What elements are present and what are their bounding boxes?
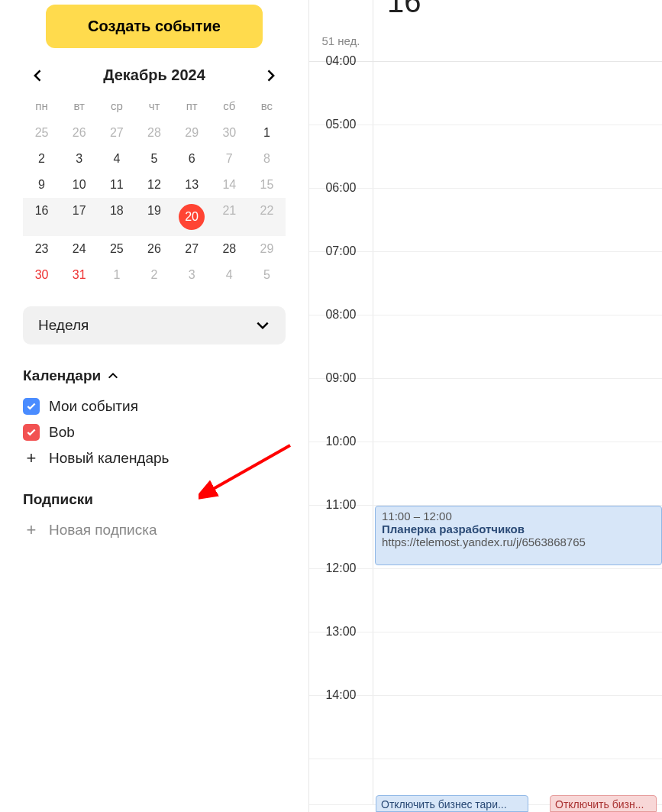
- calendar-item-label: Bob: [49, 424, 75, 441]
- chevron-right-icon[interactable]: [263, 68, 278, 83]
- hour-label: 06:00: [309, 189, 373, 251]
- calendar-day[interactable]: 13: [173, 172, 211, 198]
- calendar-day[interactable]: 26: [135, 236, 173, 262]
- calendar-day[interactable]: 30: [211, 120, 248, 146]
- calendar-day[interactable]: 4: [211, 262, 248, 288]
- calendar-day[interactable]: 2: [23, 146, 60, 172]
- calendar-day[interactable]: 5: [135, 146, 173, 172]
- calendars-section-header[interactable]: Календари: [23, 367, 286, 384]
- sidebar: Создать событие Декабрь 2024 пнвтсрчтптс…: [0, 0, 309, 812]
- dow-label: сб: [211, 95, 248, 120]
- calendar-day[interactable]: 11: [98, 172, 135, 198]
- calendar-item[interactable]: Bob: [23, 419, 286, 445]
- day-header: 51 нед. 16 пн: [309, 0, 662, 62]
- plus-icon: +: [23, 522, 40, 539]
- mini-calendar-dow-row: пнвтсрчтптсбвс: [23, 95, 286, 120]
- calendar-day[interactable]: 29: [173, 120, 211, 146]
- time-grid[interactable]: 04:0005:0006:0007:0008:0009:0010:0011:00…: [309, 62, 662, 805]
- subscriptions-header-label: Подписки: [23, 491, 93, 508]
- time-slot[interactable]: [373, 189, 662, 251]
- calendar-day[interactable]: 31: [60, 262, 98, 288]
- event-block[interactable]: Отключить бизн...: [550, 795, 657, 812]
- calendar-day[interactable]: 10: [60, 172, 98, 198]
- calendar-day[interactable]: 18: [98, 198, 135, 236]
- calendar-day[interactable]: 9: [23, 172, 60, 198]
- calendar-day[interactable]: 30: [23, 262, 60, 288]
- calendar-day[interactable]: 16: [23, 198, 60, 236]
- time-slot[interactable]: [373, 315, 662, 378]
- calendar-day[interactable]: 15: [248, 172, 286, 198]
- calendar-day[interactable]: 20: [173, 198, 211, 236]
- calendar-day[interactable]: 3: [173, 262, 211, 288]
- calendar-day[interactable]: 6: [173, 146, 211, 172]
- calendar-day[interactable]: 1: [98, 262, 135, 288]
- calendar-day[interactable]: 26: [60, 120, 98, 146]
- time-slot[interactable]: [373, 125, 662, 188]
- time-slot[interactable]: [373, 632, 662, 695]
- calendar-day[interactable]: 19: [135, 198, 173, 236]
- calendar-day[interactable]: 7: [211, 146, 248, 172]
- event-block[interactable]: Отключить бизнес тари...: [376, 795, 528, 812]
- new-subscription-button[interactable]: + Новая подписка: [23, 517, 286, 543]
- hour-label: 11:00: [309, 506, 373, 568]
- calendar-day[interactable]: 4: [98, 146, 135, 172]
- event-title: Планерка разработчиков: [382, 522, 655, 535]
- time-slot[interactable]: [373, 442, 662, 505]
- calendar-item[interactable]: Мои события: [23, 393, 286, 419]
- calendar-day[interactable]: 29: [248, 236, 286, 262]
- calendar-day[interactable]: 1: [248, 120, 286, 146]
- calendar-day[interactable]: 12: [135, 172, 173, 198]
- dow-label: чт: [135, 95, 173, 120]
- calendar-day[interactable]: 28: [211, 236, 248, 262]
- calendar-day[interactable]: 21: [211, 198, 248, 236]
- view-select[interactable]: Неделя: [23, 306, 286, 345]
- calendar-day[interactable]: 3: [60, 146, 98, 172]
- weekday-label: пн: [428, 0, 440, 1]
- create-event-button[interactable]: Создать событие: [46, 5, 263, 48]
- time-slot[interactable]: 11:00 – 12:00Планерка разработчиковhttps…: [373, 506, 662, 568]
- dow-label: вс: [248, 95, 286, 120]
- calendar-day[interactable]: 2: [135, 262, 173, 288]
- dow-label: пн: [23, 95, 60, 120]
- hour-label: 14:00: [309, 696, 373, 759]
- new-calendar-label: Новый календарь: [49, 450, 170, 467]
- dow-label: ср: [98, 95, 135, 120]
- time-slot[interactable]: [373, 569, 662, 632]
- hour-label: 09:00: [309, 379, 373, 442]
- week-number: 51 нед.: [309, 0, 373, 61]
- event-block[interactable]: 11:00 – 12:00Планерка разработчиковhttps…: [375, 506, 662, 565]
- time-slot[interactable]: [373, 62, 662, 125]
- chevron-left-icon[interactable]: [31, 68, 46, 83]
- calendar-day[interactable]: 5: [248, 262, 286, 288]
- calendar-day[interactable]: 27: [98, 120, 135, 146]
- calendar-day[interactable]: 27: [173, 236, 211, 262]
- mini-calendar-title: Декабрь 2024: [103, 66, 205, 84]
- calendar-day[interactable]: 25: [98, 236, 135, 262]
- calendar-day[interactable]: 17: [60, 198, 98, 236]
- new-calendar-button[interactable]: + Новый календарь: [23, 445, 286, 471]
- day-column-header[interactable]: 16 пн: [373, 0, 662, 61]
- calendar-day[interactable]: 25: [23, 120, 60, 146]
- calendar-day[interactable]: 22: [248, 198, 286, 236]
- view-select-label: Неделя: [38, 317, 89, 334]
- dow-label: пт: [173, 95, 211, 120]
- event-time: 11:00 – 12:00: [382, 510, 655, 522]
- hour-label: 04:00: [309, 62, 373, 125]
- calendar-day[interactable]: 8: [248, 146, 286, 172]
- checkbox[interactable]: [23, 424, 40, 441]
- time-slot[interactable]: [373, 696, 662, 759]
- time-slot[interactable]: [373, 379, 662, 442]
- plus-icon: +: [23, 450, 40, 467]
- day-number: 16: [387, 0, 421, 17]
- calendar-day[interactable]: 28: [135, 120, 173, 146]
- hour-label: 12:00: [309, 569, 373, 632]
- chevron-up-icon: [107, 370, 119, 382]
- checkbox[interactable]: [23, 398, 40, 415]
- calendar-day[interactable]: 24: [60, 236, 98, 262]
- calendar-day[interactable]: 14: [211, 172, 248, 198]
- hour-label: 10:00: [309, 442, 373, 505]
- calendar-day[interactable]: 23: [23, 236, 60, 262]
- time-slot[interactable]: [373, 252, 662, 315]
- subscriptions-section-header[interactable]: Подписки: [23, 491, 286, 508]
- hour-label: 07:00: [309, 252, 373, 315]
